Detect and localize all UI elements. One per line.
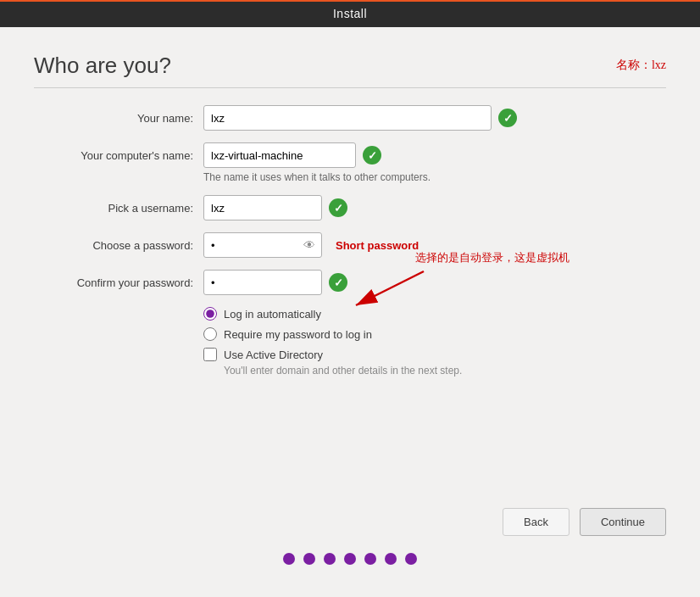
page-title: Who are you? xyxy=(34,53,171,79)
login-auto-label: Log in automatically xyxy=(224,308,321,321)
password-row: Choose a password: 👁 Short password xyxy=(34,232,666,258)
progress-dot-2 xyxy=(303,553,315,565)
password-field-wrapper: 👁 xyxy=(203,232,322,258)
progress-dot-6 xyxy=(385,553,397,565)
progress-dot-4 xyxy=(344,553,356,565)
your-name-valid-icon xyxy=(498,109,517,127)
username-row: Pick a username: xyxy=(34,195,666,220)
confirm-password-valid-icon xyxy=(329,273,347,292)
your-name-row: Your name: xyxy=(34,105,666,131)
password-label: Choose a password: xyxy=(34,239,203,252)
button-row: Back Continue xyxy=(34,508,666,536)
short-password-warning: Short password xyxy=(336,239,419,252)
login-auto-radio[interactable] xyxy=(203,307,217,321)
active-directory-checkbox[interactable] xyxy=(203,348,217,361)
computer-name-input-group xyxy=(203,142,381,168)
progress-dots xyxy=(283,553,417,565)
computer-name-row: Your computer's name: xyxy=(34,142,666,168)
progress-dot-1 xyxy=(283,553,295,565)
require-password-radio[interactable] xyxy=(203,327,217,341)
username-input-group xyxy=(203,195,347,220)
form-container: Your name: Your computer's name: The nam… xyxy=(34,105,666,508)
confirm-password-input[interactable] xyxy=(203,270,322,295)
password-input-group: 👁 Short password xyxy=(203,232,419,258)
active-directory-option: Use Active Directory xyxy=(203,348,666,361)
require-password-option: Require my password to log in xyxy=(203,327,666,341)
back-button[interactable]: Back xyxy=(503,508,569,536)
page-header: Who are you? 名称：lxz xyxy=(34,53,666,88)
title-bar-text: Install xyxy=(333,7,367,20)
confirm-password-row: Confirm your password: xyxy=(34,270,666,295)
require-password-label: Require my password to log in xyxy=(224,328,372,341)
main-content: Who are you? 名称：lxz Your name: Your comp… xyxy=(0,27,700,590)
login-auto-option: Log in automatically xyxy=(203,307,666,321)
confirm-password-input-group xyxy=(203,270,347,295)
continue-button[interactable]: Continue xyxy=(580,508,666,536)
active-directory-hint: You'll enter domain and other details in… xyxy=(224,365,666,377)
computer-name-label: Your computer's name: xyxy=(34,149,203,162)
progress-dot-5 xyxy=(364,553,376,565)
username-valid-icon xyxy=(329,198,347,217)
password-toggle-icon[interactable]: 👁 xyxy=(303,238,315,252)
your-name-label: Your name: xyxy=(34,112,203,125)
title-bar: Install xyxy=(0,0,700,27)
name-annotation: 名称：lxz xyxy=(616,58,666,73)
computer-name-input[interactable] xyxy=(203,142,356,168)
login-options-group: Log in automatically Require my password… xyxy=(203,307,666,377)
username-label: Pick a username: xyxy=(34,202,203,215)
progress-dot-7 xyxy=(405,553,417,565)
active-directory-label: Use Active Directory xyxy=(224,349,323,361)
bottom-area: Back Continue xyxy=(34,508,666,573)
your-name-input[interactable] xyxy=(203,105,492,131)
confirm-password-label: Confirm your password: xyxy=(34,276,203,289)
your-name-input-group xyxy=(203,105,517,131)
progress-dot-3 xyxy=(324,553,336,565)
username-input[interactable] xyxy=(203,195,322,220)
computer-name-hint: The name it uses when it talks to other … xyxy=(203,171,666,183)
computer-name-valid-icon xyxy=(363,146,381,165)
